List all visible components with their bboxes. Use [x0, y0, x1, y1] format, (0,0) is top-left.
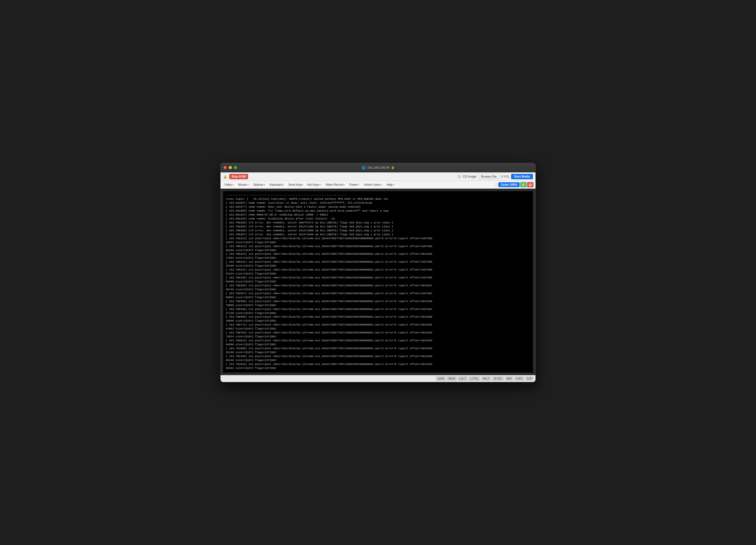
status-key-rctrl: RCTRL: [492, 376, 504, 381]
terminal-line: [ 163.700405] zio pool=rpool vdev=/dev/d…: [226, 315, 530, 319]
alert-icon[interactable]: ⚠: [494, 182, 498, 187]
terminal-line: [ 163.700238] zio pool=rpool vdev=/dev/d…: [226, 276, 530, 280]
chevron-down-icon: ▾: [232, 183, 234, 186]
terminal-line: [ 163.700255] zio pool=rpool vdev=/dev/d…: [226, 284, 530, 288]
terminal-line: [ 163.592657] nvme nvme0: controller is …: [226, 201, 530, 205]
terminal-line: [ 163.700815] zio pool=rpool vdev=/dev/d…: [226, 339, 530, 343]
terminal-line: [ 163.700793] zio pool=rpool vdev=/dev/d…: [226, 331, 530, 335]
terminal-line: [ 163.700224] zio pool=rpool vdev=/dev/d…: [226, 252, 530, 256]
chevron-down-icon: ▾: [283, 183, 284, 186]
browse-file-button[interactable]: Browse File: [479, 174, 499, 179]
status-key-rwin: RWIN: [447, 376, 457, 381]
monitor-button[interactable]: 🖥: [520, 182, 527, 187]
stop-kvm-button[interactable]: Stop KVM: [229, 174, 248, 179]
zoom-button[interactable]: Zoom 100%: [498, 182, 520, 187]
terminal-line: 41952 size=131072 flags=1572992: [226, 327, 530, 331]
minimize-button[interactable]: [229, 166, 232, 169]
terminal-wrapper: ----------------------------------------…: [221, 189, 535, 375]
title-bar: 🌐 192.168.100.95 🔒: [221, 163, 535, 172]
menu-hot-keys[interactable]: Hot Keys ▾: [305, 182, 323, 187]
power-icon: ⏻: [529, 183, 532, 187]
terminal-line: [ 163.700771] zio pool=rpool vdev=/dev/d…: [226, 323, 530, 327]
menu-active-users[interactable]: Active Users ▾: [362, 182, 384, 187]
terminal-line: 89280 size=131072 flags=1572992: [226, 248, 530, 252]
menu-video[interactable]: Video ▾: [223, 182, 236, 187]
terminal-line: 10880 size=131072 flags=1572992: [226, 319, 530, 323]
terminal-line: 79008 size=131072 flags=1572992: [226, 304, 530, 308]
terminal-line: [ 163.686225] nvme nvme0: Disabling devi…: [226, 217, 530, 221]
status-key-ralt: RALT: [481, 376, 491, 381]
kvm-window: 🌐 192.168.100.95 🔒 🔒 Stop KVM 💿 CD Image…: [220, 163, 536, 382]
status-key-lctrl: LCTRL: [469, 376, 480, 381]
terminal-line: 27136 size=131072 flags=1572992: [226, 312, 530, 316]
chevron-down-icon: ▾: [381, 183, 382, 186]
maximize-button[interactable]: [234, 166, 237, 169]
globe-icon: 🌐: [361, 166, 366, 170]
terminal-line: [ 163.700224] zio pool=rpool vdev=/dev/d…: [226, 244, 530, 248]
traffic-lights: [223, 166, 237, 169]
menu-video-record[interactable]: Video Record ▾: [323, 182, 347, 187]
terminal-line: ----------------------------------------…: [226, 193, 530, 197]
chevron-down-icon: ▾: [264, 183, 265, 186]
terminal-line: [ 163.592690] nvme nvme0: Try "nvme_core…: [226, 209, 530, 213]
terminal-line: [ 163.700348] zio pool=rpool vdev=/dev/d…: [226, 308, 530, 312]
terminal-line: [ 163.700267] zio pool=rpool vdev=/dev/d…: [226, 292, 530, 296]
terminal-line: [ 163.701689] zio pool=rpool vdev=/dev/d…: [226, 347, 530, 351]
cd-icon: 💿: [457, 174, 461, 178]
terminal-line: 96064 size=131072 flags=1572992: [226, 296, 530, 300]
cd-image-section: 💿 CD Image: Browse File (0 KB): [457, 174, 509, 179]
chevron-down-icon: ▾: [320, 183, 321, 186]
power-button[interactable]: ⏻: [527, 182, 533, 187]
terminal-line: [ 163.700207] I/O error, dev nvme0n1, se…: [226, 233, 530, 237]
menu-help[interactable]: Help ▾: [385, 182, 396, 187]
terminal-line: 35168 size=131072 flags=1572992: [226, 351, 530, 355]
terminal-line: [ 163.700232] zio pool=rpool vdev=/dev/d…: [226, 260, 530, 264]
menu-mouse[interactable]: Mouse ▾: [236, 182, 251, 187]
terminal-line: [ 163.681937] nvme 0000:07:00.0: enablin…: [226, 213, 530, 217]
menu-options[interactable]: Options ▾: [251, 182, 267, 187]
menu-power[interactable]: Power ▾: [347, 182, 361, 187]
terminal-line: [ 163.702910] zio pool=rpool vdev=/dev/d…: [226, 363, 530, 367]
window-title: 192.168.100.95: [367, 166, 389, 169]
terminal-line: 32496 size=131072 flags=1572992: [226, 264, 530, 268]
cd-image-label: CD Image:: [463, 175, 477, 178]
status-key-lwin: LWIN: [436, 376, 446, 381]
terminal-line: [ 163.592677] nvme nvme0: Does your devi…: [226, 205, 530, 209]
menu-send-keys[interactable]: Send Keys: [286, 182, 305, 187]
status-key-lalt: LALT: [458, 376, 468, 381]
toolbar-lock-icon[interactable]: 🔒: [223, 174, 227, 178]
menu-keyboard[interactable]: Keyboard ▾: [268, 182, 286, 187]
menu-bar: Video ▾ Mouse ▾ Options ▾ Keyboard ▾ Sen…: [221, 181, 535, 189]
terminal-line: 20352 size=131072 flags=1572992: [226, 241, 530, 244]
terminal-line: 56208 size=131072 flags=1572992: [226, 280, 530, 284]
terminal-line: 04096 size=131072 flags=1572992: [226, 343, 530, 347]
terminal-line: [ 163.702340] zio pool=rpool vdev=/dev/d…: [226, 355, 530, 359]
close-button[interactable]: [223, 166, 227, 169]
terminal-line: 73024 size=131072 flags=1572992: [226, 335, 530, 339]
start-media-button[interactable]: Start Media: [511, 174, 533, 179]
terminal-line: rove1 login: [ 25.237121] kvm[1391]: mem…: [226, 197, 530, 201]
terminal-line: 17664 size=131072 flags=1572992: [226, 256, 530, 260]
chevron-down-icon: ▾: [358, 183, 360, 186]
terminal-line: [ 163.700205] I/O error, dev nvme0n1, se…: [226, 221, 530, 225]
chevron-down-icon: ▾: [393, 183, 395, 186]
title-center: 🌐 192.168.100.95 🔒: [361, 166, 394, 170]
terminal-line: 36592 size=131072 flags=1572992: [226, 367, 530, 371]
chevron-down-icon: ▾: [248, 183, 249, 186]
terminal-line: [ 163.700232] zio pool=rpool vdev=/dev/d…: [226, 268, 530, 272]
terminal-line: [ 163.700309] zio pool=rpool vdev=/dev/d…: [226, 300, 530, 304]
file-size-label: (0 KB): [501, 175, 509, 178]
terminal-line: [ 163.700212] zio pool=rpool vdev=/dev/d…: [226, 237, 530, 241]
terminal-line: 48736 size=131072 flags=1572992: [226, 288, 530, 292]
status-bar: LWINRWINLALTLCTRLRALTRCTRLNUMCAPSSCR: [221, 375, 535, 382]
chevron-down-icon: ▾: [344, 183, 345, 186]
terminal-line: 66240 size=131072 flags=1572992: [226, 359, 530, 363]
status-key-caps: CAPS: [514, 376, 524, 381]
terminal[interactable]: ----------------------------------------…: [223, 191, 533, 372]
terminal-line: [ 163.700206] I/O error, dev nvme0n1, se…: [226, 229, 530, 233]
status-key-num: NUM: [505, 376, 513, 381]
monitor-icon: 🖥: [522, 183, 525, 187]
terminal-line: 51424 size=131072 flags=1572992: [226, 272, 530, 276]
terminal-line: [ 163.700205] I/O error, dev nvme0n1, se…: [226, 225, 530, 229]
status-key-scr: SCR: [525, 376, 533, 381]
